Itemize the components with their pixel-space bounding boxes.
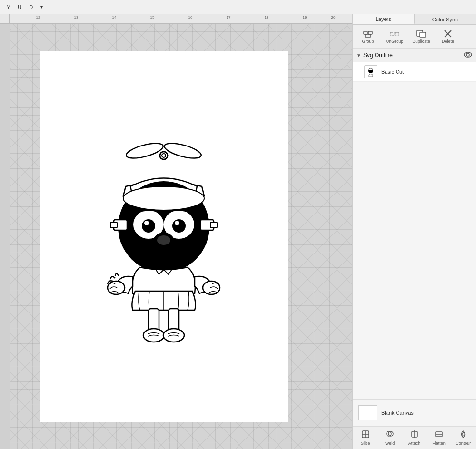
- main-area: 12 13 14 15 16 17 18 19 20: [0, 14, 476, 449]
- ungroup-label: UnGroup: [386, 39, 404, 44]
- ruler-num-16: 16: [188, 15, 193, 20]
- ruler-num-20: 20: [331, 15, 336, 20]
- duplicate-icon: [416, 29, 426, 38]
- group-label: Group: [362, 39, 374, 44]
- duplicate-button[interactable]: Duplicate: [409, 27, 434, 47]
- toolbar-u[interactable]: U: [15, 3, 24, 11]
- layer-section: ▼ Svg Outline: [353, 49, 476, 399]
- grid-canvas: [10, 24, 352, 449]
- layer-item-basic-cut[interactable]: Basic Cut: [353, 62, 476, 82]
- ungroup-icon: [390, 29, 399, 38]
- ruler-num-14: 14: [112, 15, 117, 20]
- group-button[interactable]: Group: [356, 27, 380, 47]
- tab-color-sync[interactable]: Color Sync: [415, 14, 476, 24]
- right-panel: Layers Color Sync Group: [352, 14, 476, 449]
- ruler-num-18: 18: [265, 15, 269, 20]
- bottom-panel-toolbar: Slice Weld Attach: [353, 426, 476, 449]
- weld-label: Weld: [385, 441, 395, 446]
- layer-group-arrow-icon: ▼: [357, 53, 361, 58]
- svg-point-15: [172, 219, 186, 233]
- svg-rect-26: [368, 31, 372, 34]
- ruler-num-15: 15: [150, 15, 155, 20]
- layer-item-name: Basic Cut: [381, 69, 404, 75]
- ungroup-button[interactable]: UnGroup: [382, 27, 407, 47]
- delete-icon: [443, 29, 453, 38]
- toolbar-dropdown[interactable]: ▾: [38, 3, 46, 10]
- canvas-container[interactable]: [10, 24, 352, 449]
- svg-point-4: [162, 154, 166, 157]
- layer-thumbnail: [364, 65, 377, 78]
- contour-icon: [459, 430, 467, 440]
- blank-canvas-item[interactable]: Blank Canvas: [357, 403, 472, 422]
- flatten-button[interactable]: Flatten: [427, 429, 450, 448]
- svg-rect-8: [110, 222, 117, 228]
- ruler-num-12: 12: [36, 15, 40, 20]
- character-image: [88, 94, 240, 379]
- svg-rect-25: [364, 31, 367, 34]
- svg-rect-31: [420, 32, 426, 37]
- contour-label: Contour: [456, 441, 471, 446]
- svg-rect-27: [365, 34, 371, 37]
- svg-point-1: [125, 140, 164, 161]
- svg-point-6: [123, 186, 204, 210]
- ruler-num-13: 13: [74, 15, 79, 20]
- svg-point-20: [203, 281, 220, 294]
- delete-button[interactable]: Delete: [436, 27, 460, 47]
- duplicate-label: Duplicate: [412, 39, 430, 44]
- ruler-corner: [0, 14, 10, 24]
- weld-icon: [386, 430, 394, 440]
- ruler-top: 12 13 14 15 16 17 18 19 20: [0, 14, 352, 24]
- ruler-num-19: 19: [303, 15, 307, 20]
- panel-tabs: Layers Color Sync: [353, 14, 476, 25]
- layer-visibility-icon[interactable]: [464, 51, 472, 59]
- flatten-icon: [435, 430, 443, 440]
- top-toolbar: Y U D ▾: [0, 0, 476, 14]
- panel-toolbar: Group UnGroup Duplicate: [353, 25, 476, 49]
- svg-point-14: [144, 221, 149, 225]
- svg-point-2: [163, 140, 202, 161]
- slice-label: Slice: [361, 441, 370, 446]
- attach-button[interactable]: Attach: [403, 429, 426, 448]
- layer-group-name: Svg Outline: [363, 52, 462, 59]
- svg-point-37: [369, 68, 373, 70]
- svg-rect-29: [395, 32, 399, 35]
- tab-layers[interactable]: Layers: [353, 14, 415, 24]
- ruler-num-17: 17: [227, 15, 231, 20]
- slice-button[interactable]: Slice: [354, 429, 377, 448]
- blank-canvas-section: Blank Canvas: [353, 399, 476, 426]
- svg-rect-28: [390, 32, 394, 35]
- slice-icon: [361, 430, 370, 440]
- toolbar-d[interactable]: D: [26, 3, 36, 11]
- weld-button[interactable]: Weld: [378, 429, 401, 448]
- group-icon: [363, 29, 373, 38]
- contour-button[interactable]: Contour: [452, 429, 475, 448]
- flatten-label: Flatten: [432, 441, 446, 446]
- canvas-area: 12 13 14 15 16 17 18 19 20: [0, 14, 352, 449]
- attach-icon: [410, 430, 419, 440]
- white-canvas: [40, 51, 288, 422]
- svg-point-13: [142, 219, 155, 233]
- layer-group-header[interactable]: ▼ Svg Outline: [353, 49, 476, 62]
- delete-label: Delete: [442, 39, 454, 44]
- svg-point-19: [108, 281, 125, 294]
- blank-canvas-label: Blank Canvas: [381, 410, 414, 416]
- svg-point-18: [157, 235, 170, 245]
- svg-point-35: [466, 53, 469, 56]
- toolbar-y[interactable]: Y: [4, 3, 13, 11]
- svg-rect-10: [210, 222, 217, 228]
- layer-group: ▼ Svg Outline: [353, 49, 476, 82]
- svg-point-16: [175, 221, 179, 225]
- blank-canvas-thumbnail: [358, 405, 377, 420]
- attach-label: Attach: [408, 441, 421, 446]
